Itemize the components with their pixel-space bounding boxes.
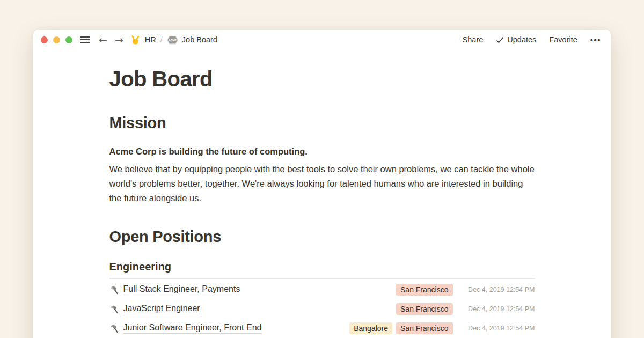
hammer-icon: [109, 324, 119, 333]
favorite-button[interactable]: Favorite: [549, 35, 577, 44]
job-tags: San Francisco: [396, 284, 452, 296]
titlebar: ← → HR / ACME Job Board: [33, 30, 611, 50]
sidebar-menu-icon[interactable]: [80, 36, 90, 43]
job-link[interactable]: JavaScript Engineer: [123, 304, 200, 314]
victory-hand-icon: [131, 35, 141, 45]
mission-heading: Mission: [109, 113, 535, 133]
job-date: Dec 4, 2019 12:54 PM: [460, 286, 535, 293]
mission-body: We believe that by equipping people with…: [109, 162, 535, 205]
page-title: Job Board: [109, 66, 535, 92]
location-tag[interactable]: San Francisco: [396, 322, 452, 334]
acme-badge-icon: ACME: [167, 35, 178, 45]
section-divider: [109, 278, 535, 279]
job-date: Dec 4, 2019 12:54 PM: [460, 325, 535, 332]
minimize-window-button[interactable]: [53, 36, 60, 43]
mission-lead: Acme Corp is building the future of comp…: [109, 145, 535, 157]
breadcrumb: HR / ACME Job Board: [131, 35, 217, 45]
job-row: Junior Software Engineer, Front End Bang…: [109, 319, 535, 338]
forward-arrow-button[interactable]: →: [115, 35, 123, 45]
more-options-button[interactable]: •••: [590, 35, 601, 45]
hammer-icon: [109, 305, 119, 314]
titlebar-actions: Share Updates Favorite •••: [463, 35, 601, 45]
check-icon: [496, 36, 504, 43]
job-row: Full Stack Engineer, Payments San Franci…: [109, 280, 535, 299]
location-tag[interactable]: San Francisco: [396, 303, 452, 315]
breadcrumb-page[interactable]: Job Board: [182, 35, 217, 44]
open-positions-heading: Open Positions: [109, 227, 535, 246]
app-window: ← → HR / ACME Job Board: [33, 30, 611, 338]
updates-button[interactable]: Updates: [496, 35, 536, 44]
location-tag[interactable]: Bangalore: [349, 322, 392, 334]
job-tags: Bangalore San Francisco: [349, 322, 452, 334]
traffic-lights: [41, 36, 72, 43]
engineering-group-heading: Engineering: [109, 260, 535, 273]
location-tag[interactable]: San Francisco: [396, 284, 452, 296]
zoom-window-button[interactable]: [65, 36, 72, 43]
job-row: JavaScript Engineer San Francisco Dec 4,…: [109, 299, 535, 319]
job-link[interactable]: Full Stack Engineer, Payments: [123, 284, 240, 295]
close-window-button[interactable]: [41, 36, 48, 43]
job-link[interactable]: Junior Software Engineer, Front End: [123, 323, 262, 334]
breadcrumb-workspace[interactable]: HR: [145, 35, 156, 44]
job-tags: San Francisco: [396, 303, 452, 315]
job-date: Dec 4, 2019 12:54 PM: [460, 305, 535, 313]
breadcrumb-separator: /: [160, 35, 163, 44]
share-button[interactable]: Share: [463, 35, 484, 44]
page-content: Job Board Mission Acme Corp is building …: [109, 66, 535, 338]
hammer-icon: [109, 285, 119, 295]
back-arrow-button[interactable]: ←: [99, 35, 107, 45]
svg-text:ACME: ACME: [169, 38, 177, 41]
